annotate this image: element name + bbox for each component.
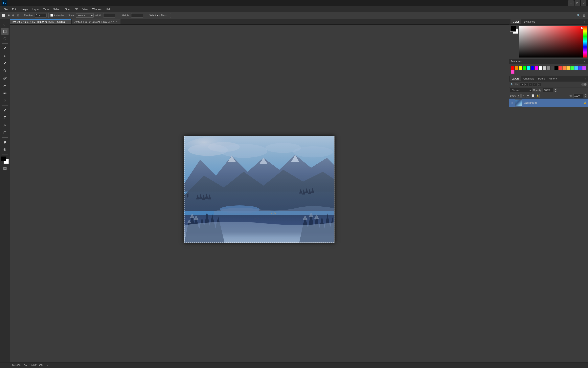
swatches-panel-menu-btn[interactable]: ≡ <box>582 59 586 64</box>
feather-input[interactable] <box>35 13 47 18</box>
search-button[interactable]: 🔍 <box>577 13 581 18</box>
menu-item-filter[interactable]: Filter <box>63 7 72 11</box>
swatch-color[interactable] <box>539 66 542 70</box>
tool-zoom[interactable] <box>1 146 9 153</box>
fill-up-arrow[interactable]: ▲ <box>584 94 587 96</box>
fill-down-arrow[interactable]: ▼ <box>584 96 587 98</box>
tab-layers[interactable]: Layers <box>510 76 521 81</box>
doc-tab-tab1[interactable]: img-2020-10-03-14-58-19.png @ 161% (RGB/… <box>10 19 71 24</box>
close-button[interactable]: ✕ <box>581 0 586 6</box>
screen-mode-btn[interactable] <box>1 165 9 172</box>
layers-panel-menu-btn[interactable]: ≡ <box>583 77 587 81</box>
swatch-color[interactable] <box>527 66 530 70</box>
swatch-color[interactable] <box>531 66 534 70</box>
fill-input[interactable] <box>573 94 583 98</box>
swatch-color[interactable] <box>523 66 526 70</box>
lock-transparent-btn[interactable]: ⊞ <box>517 94 521 98</box>
tool-select-rect[interactable] <box>1 28 9 35</box>
swatch-color[interactable] <box>535 66 538 70</box>
swatch-color[interactable] <box>559 66 562 70</box>
tool-move[interactable] <box>1 20 9 27</box>
filter-adjust-btn[interactable]: ◐ <box>524 83 528 86</box>
menu-item-file[interactable]: File <box>2 7 10 11</box>
menu-item-window[interactable]: Window <box>90 7 103 11</box>
tool-pen[interactable] <box>1 107 9 114</box>
hue-bar[interactable] <box>583 26 587 57</box>
menu-item-help[interactable]: Help <box>104 7 113 11</box>
swatch-color[interactable] <box>562 66 566 70</box>
tab-swatches[interactable]: Swatches <box>521 19 537 24</box>
height-input[interactable] <box>131 13 143 18</box>
filter-smart-btn[interactable]: ◎ <box>537 83 541 86</box>
new-selection-btn[interactable]: ⬜ <box>2 13 6 18</box>
tab-channels[interactable]: Channels <box>521 76 536 81</box>
doc-tab-tab2[interactable]: Untitled-1 @ 50% (Layer 1, RGB/8#) * ✕ <box>71 19 121 24</box>
menu-item-edit[interactable]: Edit <box>10 7 18 11</box>
swatch-color[interactable] <box>551 66 554 70</box>
tool-lasso[interactable] <box>1 35 9 42</box>
lock-image-btn[interactable]: ✎ <box>521 94 525 98</box>
canvas-area[interactable] <box>10 25 509 362</box>
tool-text[interactable]: T <box>1 114 9 121</box>
swatch-color[interactable] <box>543 66 546 70</box>
menu-item-select[interactable]: Select <box>51 7 62 11</box>
foreground-color-swatch[interactable] <box>1 156 6 161</box>
select-mask-button[interactable]: Select and Mask... <box>147 13 171 18</box>
swatch-color[interactable] <box>554 66 558 70</box>
filter-type-btn[interactable]: T <box>529 83 533 86</box>
menu-item-type[interactable]: Type <box>41 7 51 11</box>
filter-pixel-btn[interactable]: px <box>520 83 524 86</box>
tool-path-select[interactable] <box>1 122 9 129</box>
tool-hand[interactable] <box>1 138 9 146</box>
maximize-button[interactable]: □ <box>575 0 580 6</box>
swatch-color[interactable] <box>570 66 574 70</box>
window-controls[interactable]: ─ □ ✕ <box>568 0 586 6</box>
tab-close-btn[interactable]: ✕ <box>66 21 69 23</box>
color-gradient-area[interactable] <box>519 26 587 57</box>
fg-color-box[interactable] <box>510 26 516 32</box>
opacity-arrows[interactable]: ▲ ▼ <box>554 88 557 92</box>
opacity-input[interactable] <box>543 88 553 92</box>
menu-item-view[interactable]: View <box>81 7 90 11</box>
color-swatches-small[interactable] <box>510 26 518 34</box>
subtract-selection-btn[interactable]: ⊟ <box>11 13 16 18</box>
add-selection-btn[interactable]: ⊞ <box>6 13 11 18</box>
tab-color[interactable]: Color <box>510 19 521 24</box>
blend-mode-dropdown[interactable]: Normal <box>510 88 532 92</box>
swap-width-height-btn[interactable]: ⇄ <box>116 13 121 18</box>
opacity-up-arrow[interactable]: ▲ <box>554 88 557 90</box>
swatch-color[interactable] <box>515 66 518 70</box>
workspace-button[interactable]: ▤ <box>582 13 586 18</box>
lock-position-btn[interactable]: ✥ <box>526 94 530 98</box>
lock-artboard-btn[interactable]: ⬜ <box>531 94 535 98</box>
swatch-color[interactable] <box>519 66 522 70</box>
swatches-panel-header[interactable]: Swatches ≡ <box>509 59 588 64</box>
swatch-color[interactable] <box>547 66 550 70</box>
tool-history-brush[interactable] <box>1 75 9 82</box>
tool-spot-heal[interactable] <box>1 52 9 59</box>
tool-eyedropper[interactable] <box>1 45 9 52</box>
status-arrow-btn[interactable]: > <box>46 364 48 367</box>
color-swatch-area[interactable] <box>1 156 9 164</box>
tool-shape[interactable] <box>1 129 9 136</box>
swatch-color[interactable] <box>566 66 570 70</box>
intersect-selection-btn[interactable]: ⊠ <box>16 13 20 18</box>
filter-toggle[interactable] <box>581 83 587 86</box>
lock-all-btn[interactable]: 🔒 <box>536 94 540 98</box>
anti-alias-checkbox[interactable] <box>50 14 53 17</box>
tab-paths[interactable]: Paths <box>536 76 547 81</box>
style-dropdown[interactable]: Normal <box>76 13 94 18</box>
color-panel-menu-btn[interactable]: ≡ <box>582 20 586 24</box>
minimize-button[interactable]: ─ <box>568 0 574 6</box>
fill-arrows[interactable]: ▲ ▼ <box>584 94 587 98</box>
layer-item[interactable]: 👁 Background 🔒 <box>509 99 588 107</box>
tab-close-btn[interactable]: ✕ <box>115 21 118 23</box>
anti-alias-area[interactable]: Anti-alias <box>50 14 64 17</box>
menu-item-layer[interactable]: Layer <box>30 7 41 11</box>
tab-history[interactable]: History <box>547 76 559 81</box>
tool-eraser[interactable] <box>1 82 9 89</box>
swatch-color[interactable] <box>511 66 515 70</box>
swatch-color[interactable] <box>582 66 586 70</box>
filter-shape-btn[interactable]: ⬡ <box>533 83 537 86</box>
menu-item-3d[interactable]: 3D <box>73 7 80 11</box>
